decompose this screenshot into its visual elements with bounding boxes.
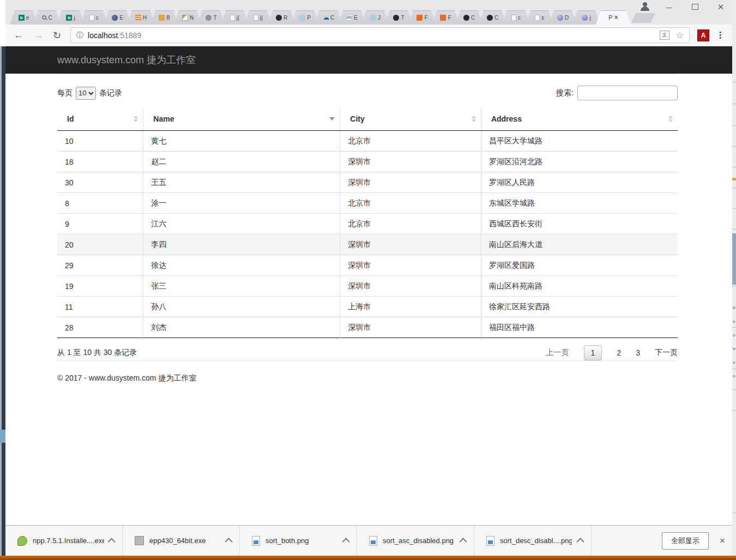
browser-tab[interactable]: R bbox=[268, 10, 295, 25]
profile-icon[interactable] bbox=[640, 2, 650, 11]
table-row[interactable]: 10黄七北京市昌平区大学城路 bbox=[57, 131, 678, 152]
page-number-button[interactable]: 1 bbox=[584, 345, 602, 360]
site-title[interactable]: www.dusystem.com 捷为工作室 bbox=[57, 53, 196, 67]
browser-tab[interactable]: F bbox=[408, 10, 436, 25]
browser-tab[interactable]: H bbox=[127, 10, 155, 25]
download-shelf-close-icon[interactable]: × bbox=[720, 535, 725, 546]
page-number-button[interactable]: 2 bbox=[617, 348, 621, 357]
file-type-icon bbox=[135, 536, 144, 545]
github-favicon-icon bbox=[276, 15, 282, 21]
browser-tab-active[interactable]: P× bbox=[596, 10, 631, 25]
browser-tab[interactable]: T bbox=[197, 10, 225, 25]
translate-icon[interactable]: 文 bbox=[660, 31, 669, 40]
download-item[interactable]: sort_desc_disabl....png bbox=[474, 526, 592, 556]
table-row[interactable]: 29徐达深圳市罗湖区爱国路 bbox=[57, 255, 678, 276]
prev-page-button[interactable]: 上一页 bbox=[546, 348, 569, 358]
reload-icon[interactable]: ↻ bbox=[53, 29, 61, 41]
download-item[interactable]: sort_asc_disabled.png bbox=[357, 526, 474, 556]
chevron-up-icon[interactable] bbox=[342, 538, 350, 545]
sort-both-icon bbox=[472, 116, 476, 122]
browser-tab[interactable]: C bbox=[479, 10, 506, 25]
download-item[interactable]: npp.7.5.1.Installe....exe bbox=[5, 526, 123, 556]
table-cell: 东城区学城路 bbox=[481, 193, 678, 214]
browser-tab[interactable]: bj bbox=[57, 10, 85, 25]
table-row[interactable]: 18赵二深圳市罗湖区沿河北路 bbox=[57, 152, 678, 172]
browser-tab[interactable]: c bbox=[80, 10, 108, 25]
table-row[interactable]: 9江六北京市西城区西长安街 bbox=[57, 214, 678, 234]
background-window-left-accent bbox=[0, 430, 5, 443]
column-header-city[interactable]: City bbox=[340, 107, 481, 131]
eclipse-favicon-icon bbox=[112, 15, 118, 21]
search-input[interactable] bbox=[577, 86, 678, 100]
browser-tab[interactable]: j bbox=[572, 10, 600, 25]
table-cell: 西城区西长安街 bbox=[481, 214, 678, 234]
tab-title: c bbox=[96, 15, 99, 21]
browser-tab[interactable]: ☁C bbox=[315, 10, 342, 25]
address-bar[interactable]: ⓘ localhost :51889 文 ☆ bbox=[70, 27, 690, 43]
chevron-up-icon[interactable] bbox=[225, 538, 233, 545]
new-tab-button[interactable] bbox=[631, 13, 655, 23]
browser-tab[interactable]: j( bbox=[244, 10, 272, 25]
browser-tab[interactable]: j( bbox=[221, 10, 249, 25]
browser-titlebar: beCbjcEHBNTj(j(RP☁CEDEJTFFCCcsDjP× ✕ bbox=[5, 0, 732, 25]
background-fragment bbox=[732, 178, 736, 180]
background-fragment: o bbox=[733, 319, 735, 324]
browser-tab[interactable]: J bbox=[361, 10, 389, 25]
browser-tab[interactable]: F bbox=[432, 10, 460, 25]
page-length-control: 每页 10 条记录 bbox=[57, 87, 122, 100]
browser-tab[interactable]: P bbox=[291, 10, 319, 25]
table-row[interactable]: 11孙八上海市徐家汇区延安西路 bbox=[57, 297, 678, 317]
show-all-downloads-button[interactable]: 全部显示 bbox=[662, 532, 709, 550]
chevron-up-icon[interactable] bbox=[108, 538, 116, 545]
tab-title: C bbox=[48, 15, 52, 21]
bookmark-star-icon[interactable]: ☆ bbox=[676, 31, 684, 40]
table-row[interactable]: 20李四深圳市南山区后海大道 bbox=[57, 234, 678, 255]
browser-tab[interactable]: E bbox=[104, 10, 131, 25]
tab-title: j( bbox=[260, 15, 263, 21]
table-row[interactable]: 19张三深圳市南山区科苑南路 bbox=[57, 276, 678, 297]
browser-tab[interactable]: c bbox=[502, 10, 530, 25]
chevron-up-icon[interactable] bbox=[577, 538, 584, 545]
forward-icon: → bbox=[33, 29, 43, 41]
table-row[interactable]: 30王五深圳市罗湖区人民路 bbox=[57, 172, 678, 193]
tab-title: D bbox=[565, 15, 569, 21]
blue-favicon-icon bbox=[370, 15, 376, 21]
per-page-select[interactable]: 10 bbox=[76, 87, 96, 100]
tab-title: F bbox=[424, 15, 427, 21]
page-info-icon[interactable]: ⓘ bbox=[76, 31, 83, 40]
browser-tab[interactable]: C bbox=[33, 10, 61, 25]
next-page-button[interactable]: 下一页 bbox=[655, 348, 678, 358]
browser-tab[interactable]: be bbox=[10, 10, 38, 25]
per-page-prefix-label: 每页 bbox=[57, 88, 73, 98]
window-close-button[interactable]: ✕ bbox=[717, 3, 725, 10]
minimize-button[interactable] bbox=[666, 3, 673, 10]
background-window-left-strip bbox=[2, 46, 5, 556]
column-header-address[interactable]: Address bbox=[481, 107, 678, 131]
chevron-up-icon[interactable] bbox=[460, 538, 467, 545]
column-header-id[interactable]: Id bbox=[57, 107, 143, 131]
maximize-button[interactable] bbox=[691, 3, 699, 10]
browser-tab[interactable]: EDE bbox=[338, 10, 366, 25]
browser-tab[interactable]: T bbox=[385, 10, 413, 25]
table-row[interactable]: 8涂一北京市东城区学城路 bbox=[57, 193, 678, 214]
tab-title: P bbox=[307, 15, 311, 21]
browser-menu-icon[interactable]: ⋮ bbox=[716, 30, 725, 40]
browser-tab[interactable]: C bbox=[455, 10, 483, 25]
download-item[interactable]: epp430_64bit.exe bbox=[123, 526, 240, 556]
browser-tab[interactable]: D bbox=[549, 10, 577, 25]
page-number-button[interactable]: 3 bbox=[636, 348, 640, 357]
gold-favicon-icon bbox=[159, 15, 165, 21]
table-cell: 30 bbox=[57, 172, 143, 193]
background-fragment: o bbox=[733, 346, 735, 351]
back-icon[interactable]: ← bbox=[14, 29, 23, 41]
adobe-extension-icon[interactable]: A bbox=[697, 29, 709, 41]
download-item[interactable]: sort_both.png bbox=[240, 526, 357, 556]
table-row[interactable]: 28刘杰深圳市福田区福中路 bbox=[57, 317, 678, 338]
tab-close-icon[interactable]: × bbox=[614, 14, 618, 21]
sort-desc-icon bbox=[329, 117, 335, 121]
column-header-name[interactable]: Name bbox=[143, 107, 340, 131]
table-cell: 9 bbox=[57, 214, 143, 234]
browser-tab[interactable]: s bbox=[526, 10, 553, 25]
browser-tab[interactable]: N bbox=[174, 10, 202, 25]
browser-tab[interactable]: B bbox=[150, 10, 178, 25]
